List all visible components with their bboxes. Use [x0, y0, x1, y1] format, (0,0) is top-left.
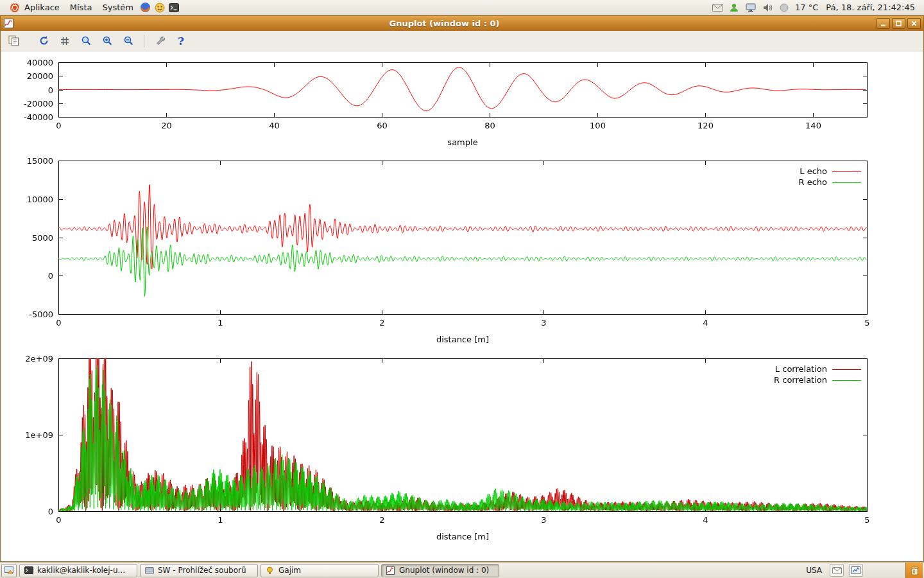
menu-applications-label: Aplikace: [24, 3, 60, 12]
gnuplot-window: Gnuplot (window id : 0): [0, 15, 924, 562]
messenger-status-icon[interactable]: [728, 2, 740, 13]
taskbar: kaklik@kaklik-kolej-u... SW - Prohlížeč …: [0, 562, 924, 578]
toolbar: ?: [1, 31, 923, 51]
trash-applet-icon[interactable]: [905, 563, 923, 578]
minimize-button[interactable]: [877, 18, 890, 29]
file-manager-task-icon: [144, 566, 154, 575]
configure-icon[interactable]: [152, 33, 167, 49]
menu-system-label: Systém: [102, 3, 133, 12]
taskbar-tray: USA: [803, 563, 923, 578]
taskbar-button-label: Gajim: [278, 566, 301, 575]
gnuplot-canvas-area: [1, 51, 923, 561]
taskbar-button-terminal[interactable]: kaklik@kaklik-kolej-u...: [19, 564, 137, 577]
taskbar-button-gnuplot[interactable]: Gnuplot (window id : 0): [381, 564, 499, 577]
help-glyph: ?: [178, 35, 184, 48]
help-launcher-icon[interactable]: [153, 1, 166, 14]
mail-notify-icon[interactable]: [712, 2, 723, 13]
zoom-in-icon[interactable]: [99, 33, 115, 49]
titlebar[interactable]: Gnuplot (window id : 0): [1, 16, 923, 31]
display-icon[interactable]: [745, 2, 757, 13]
gnuplot-task-icon: [386, 566, 395, 575]
zoom-out-icon[interactable]: [121, 33, 136, 49]
signal-chart-canvas[interactable]: [1, 51, 923, 154]
top-panel: Aplikace Místa Systém: [0, 0, 924, 15]
taskbar-button-label: kaklik@kaklik-kolej-u...: [37, 566, 125, 575]
system-tray: 17 °C Pá, 18. září, 21:42:45: [712, 2, 920, 13]
echo-chart-canvas[interactable]: [1, 154, 923, 353]
taskbar-button-file-manager[interactable]: SW - Prohlížeč souborů: [140, 564, 258, 577]
show-desktop-button[interactable]: [1, 564, 17, 577]
taskbar-button-gajim[interactable]: Gajim: [261, 564, 379, 577]
menu-places[interactable]: Místa: [65, 1, 97, 13]
clock[interactable]: Pá, 18. září, 21:42:45: [823, 3, 918, 12]
gajim-task-icon: [265, 566, 275, 575]
toolbar-separator: [144, 35, 144, 48]
copy-icon[interactable]: [6, 33, 21, 49]
menu-system[interactable]: Systém: [98, 1, 137, 13]
zoom-previous-icon[interactable]: [78, 33, 94, 49]
plotter-tray-icon[interactable]: [849, 564, 863, 577]
taskbar-button-label: SW - Prohlížeč souborů: [158, 566, 246, 575]
gnuplot-window-icon: [3, 18, 14, 29]
maximize-button[interactable]: [892, 18, 905, 29]
distributor-logo-icon: [8, 1, 21, 14]
mail-tray-icon[interactable]: [830, 564, 844, 577]
temperature-label[interactable]: 17 °C: [795, 3, 818, 12]
terminal-task-icon: [24, 566, 33, 575]
firefox-launcher-icon[interactable]: [139, 1, 152, 14]
window-title: Gnuplot (window id : 0): [14, 19, 875, 28]
desktop: Aplikace Místa Systém: [0, 0, 924, 578]
menu-applications[interactable]: Aplikace: [4, 0, 64, 15]
correlation-chart-canvas[interactable]: [1, 353, 923, 552]
terminal-launcher-icon[interactable]: [167, 1, 180, 14]
menu-places-label: Místa: [70, 3, 92, 12]
close-button[interactable]: [907, 18, 921, 29]
help-icon[interactable]: ?: [173, 33, 189, 49]
keyboard-layout-indicator[interactable]: USA: [803, 566, 825, 575]
taskbar-button-label: Gnuplot (window id : 0): [399, 566, 489, 575]
grid-icon[interactable]: [57, 33, 73, 49]
volume-icon[interactable]: [762, 2, 773, 13]
weather-icon[interactable]: [778, 2, 790, 13]
refresh-icon[interactable]: [36, 33, 51, 49]
